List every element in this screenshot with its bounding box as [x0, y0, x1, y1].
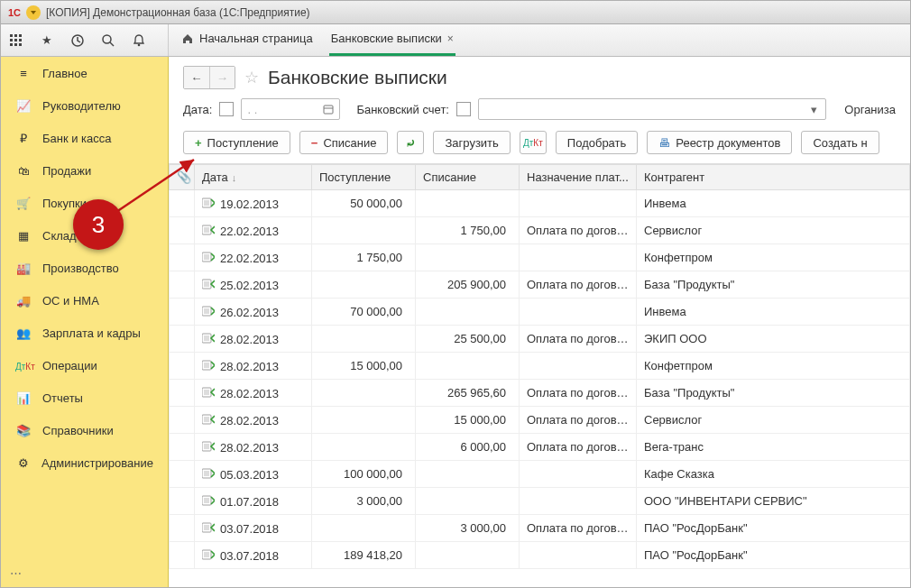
- svg-rect-6: [10, 43, 13, 46]
- nav-back-button[interactable]: ←: [184, 67, 209, 88]
- cell-agent: ПАО "РосДорБанк": [637, 515, 910, 542]
- table-row[interactable]: 22.02.2013 1 750,00 Оплата по догово... …: [170, 217, 910, 244]
- nav-forward-button[interactable]: →: [209, 67, 235, 88]
- table-row[interactable]: 26.02.2013 70 000,00 Инвема: [170, 299, 910, 326]
- col-income[interactable]: Поступление: [312, 165, 416, 190]
- table-row[interactable]: 01.07.2018 3 000,00 ООО "ИНВЕНТАРИ СЕРВИ…: [170, 488, 910, 515]
- cell-outcome: [416, 299, 520, 326]
- sidebar-item-7[interactable]: 🚚ОС и НМА: [1, 284, 168, 317]
- cell-purpose: Оплата по догово...: [520, 515, 637, 542]
- search-icon[interactable]: [100, 32, 116, 49]
- table-row[interactable]: 28.02.2013 6 000,00 Оплата по догово... …: [170, 434, 910, 461]
- refresh-button[interactable]: ⤾: [397, 131, 424, 154]
- table-row[interactable]: 05.03.2013 100 000,00 Кафе Сказка: [170, 461, 910, 488]
- income-button[interactable]: + Поступление: [183, 131, 290, 154]
- sidebar-item-11[interactable]: 📚Справочники: [1, 414, 168, 446]
- svg-point-12: [138, 43, 141, 46]
- sidebar-icon: 🏭: [15, 262, 32, 275]
- col-date-label: Дата: [202, 170, 228, 184]
- cell-agent: Кафе Сказка: [637, 461, 910, 488]
- col-outcome[interactable]: Списание: [416, 165, 520, 190]
- sidebar-item-6[interactable]: 🏭Производство: [1, 252, 168, 284]
- quick-icons: ★: [1, 24, 169, 56]
- bell-icon[interactable]: [131, 32, 147, 49]
- col-purpose-label: Назначение плат...: [527, 170, 629, 184]
- apps-grid-icon[interactable]: [8, 32, 24, 49]
- sidebar-item-9[interactable]: ДтКтОперации: [1, 349, 168, 381]
- table-row[interactable]: 22.02.2013 1 750,00 Конфетпром: [170, 244, 910, 271]
- svg-line-11: [110, 42, 114, 46]
- svg-rect-0: [10, 34, 13, 37]
- dtk-icon: ДтКт: [523, 138, 543, 148]
- sidebar-item-2[interactable]: ₽Банк и касса: [1, 122, 168, 154]
- table-row[interactable]: 19.02.2013 50 000,00 Инвема: [170, 190, 910, 217]
- filter-account-checkbox[interactable]: [456, 102, 471, 116]
- cell-outcome: [416, 353, 520, 380]
- dtk-button[interactable]: ДтКт: [520, 131, 547, 154]
- account-select[interactable]: ▾: [478, 98, 826, 120]
- create-button[interactable]: Создать н: [801, 131, 879, 154]
- registry-button[interactable]: 🖶 Реестр документов: [647, 131, 792, 154]
- chevron-down-icon[interactable]: ▾: [805, 103, 822, 116]
- pick-button[interactable]: Подобрать: [556, 131, 638, 154]
- sidebar-icon: ▦: [15, 229, 32, 243]
- cell-date: 28.02.2013: [195, 407, 312, 434]
- filter-date-checkbox[interactable]: [219, 102, 234, 116]
- cell-income: 1 750,00: [312, 244, 416, 271]
- table-row[interactable]: 03.07.2018 3 000,00 Оплата по догово... …: [170, 515, 910, 542]
- date-input[interactable]: . .: [241, 98, 340, 120]
- table-row[interactable]: 28.02.2013 15 000,00 Оплата по догово...…: [170, 407, 910, 434]
- cell-purpose: [520, 461, 637, 488]
- sidebar-item-8[interactable]: 👥Зарплата и кадры: [1, 317, 168, 349]
- cell-date: 22.02.2013: [195, 217, 312, 244]
- cell-date: 01.07.2018: [195, 488, 312, 515]
- sidebar-icon: ⚙: [15, 456, 31, 470]
- dropdown-arrow-icon[interactable]: [26, 5, 41, 20]
- history-icon[interactable]: [69, 32, 86, 49]
- cell-attach: [170, 488, 195, 515]
- sidebar-more-icon[interactable]: ⋯: [10, 566, 22, 580]
- favorites-star-icon[interactable]: ★: [39, 32, 55, 49]
- cell-outcome: 265 965,60: [416, 380, 520, 407]
- sidebar-icon: 📈: [15, 99, 32, 113]
- cell-attach: [170, 190, 195, 217]
- sidebar-item-0[interactable]: ≡Главное: [1, 57, 168, 89]
- col-outcome-label: Списание: [423, 170, 476, 184]
- cell-outcome: [416, 461, 520, 488]
- sidebar-icon: 📊: [15, 391, 32, 405]
- cell-date: 28.02.2013: [195, 353, 312, 380]
- cell-date: 26.02.2013: [195, 299, 312, 326]
- col-purpose[interactable]: Назначение плат...: [520, 165, 637, 190]
- cell-date: 28.02.2013: [195, 380, 312, 407]
- col-attachment[interactable]: 📎: [170, 165, 195, 190]
- sidebar-item-3[interactable]: 🛍Продажи: [1, 154, 168, 187]
- table-row[interactable]: 03.07.2018 189 418,20 ПАО "РосДорБанк": [170, 542, 910, 569]
- sidebar-item-12[interactable]: ⚙Администрирование: [1, 446, 168, 479]
- tab-home[interactable]: Начальная страница: [179, 23, 315, 56]
- load-button[interactable]: Загрузить: [433, 131, 510, 154]
- col-date[interactable]: Дата↓: [195, 165, 312, 190]
- create-label: Создать н: [813, 136, 867, 150]
- col-agent[interactable]: Контрагент: [637, 165, 910, 190]
- svg-rect-4: [14, 39, 17, 41]
- calendar-icon[interactable]: [323, 104, 334, 115]
- sidebar-item-1[interactable]: 📈Руководителю: [1, 89, 168, 122]
- table-row[interactable]: 28.02.2013 25 500,00 Оплата по догово...…: [170, 326, 910, 353]
- table-row[interactable]: 28.02.2013 15 000,00 Конфетпром: [170, 353, 910, 380]
- table-container[interactable]: 📎 Дата↓ Поступление Списание Назначение …: [169, 163, 910, 587]
- cell-date: 22.02.2013: [195, 244, 312, 271]
- cell-outcome: 205 900,00: [416, 271, 520, 299]
- pick-label: Подобрать: [567, 136, 626, 150]
- cell-income: 100 000,00: [312, 461, 416, 488]
- close-icon[interactable]: ×: [447, 32, 454, 45]
- outcome-label: Списание: [323, 136, 376, 150]
- sidebar-item-10[interactable]: 📊Отчеты: [1, 381, 168, 414]
- table-row[interactable]: 28.02.2013 265 965,60 Оплата по догово..…: [170, 380, 910, 407]
- cell-purpose: [520, 542, 637, 569]
- table-row[interactable]: 25.02.2013 205 900,00 Оплата по догово..…: [170, 271, 910, 299]
- favorite-star-icon[interactable]: ☆: [244, 68, 259, 87]
- tab-bank-statements[interactable]: Банковские выписки ×: [329, 23, 456, 56]
- doc-icon: [202, 467, 215, 480]
- cell-outcome: [416, 190, 520, 217]
- outcome-button[interactable]: − Списание: [299, 131, 389, 154]
